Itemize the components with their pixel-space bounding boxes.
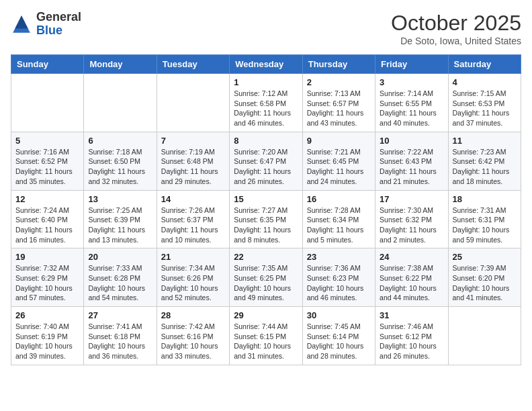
day-info: Sunrise: 7:13 AM Sunset: 6:57 PM Dayligh…: [307, 89, 371, 128]
day-number: 23: [307, 252, 371, 262]
day-number: 24: [380, 252, 443, 262]
calendar-week-row: 12Sunrise: 7:24 AM Sunset: 6:40 PM Dayli…: [11, 190, 521, 248]
day-number: 2: [307, 77, 371, 87]
calendar-day-3: 3Sunrise: 7:14 AM Sunset: 6:55 PM Daylig…: [375, 74, 448, 132]
weekday-header-thursday: Thursday: [302, 55, 375, 74]
day-info: Sunrise: 7:25 AM Sunset: 6:39 PM Dayligh…: [88, 205, 152, 245]
day-number: 27: [88, 310, 152, 320]
day-number: 12: [15, 194, 79, 204]
day-info: Sunrise: 7:26 AM Sunset: 6:37 PM Dayligh…: [161, 205, 225, 245]
calendar-day-28: 28Sunrise: 7:42 AM Sunset: 6:16 PM Dayli…: [157, 307, 229, 365]
calendar-day-27: 27Sunrise: 7:41 AM Sunset: 6:18 PM Dayli…: [84, 307, 157, 365]
calendar-day-13: 13Sunrise: 7:25 AM Sunset: 6:39 PM Dayli…: [84, 190, 157, 248]
day-info: Sunrise: 7:23 AM Sunset: 6:42 PM Dayligh…: [453, 147, 517, 187]
day-number: 31: [380, 310, 443, 320]
day-info: Sunrise: 7:31 AM Sunset: 6:31 PM Dayligh…: [453, 205, 517, 245]
day-info: Sunrise: 7:45 AM Sunset: 6:14 PM Dayligh…: [307, 322, 371, 361]
calendar-day-11: 11Sunrise: 7:23 AM Sunset: 6:42 PM Dayli…: [448, 132, 521, 190]
day-number: 5: [15, 136, 79, 146]
logo: General Blue: [11, 11, 81, 38]
calendar-day-14: 14Sunrise: 7:26 AM Sunset: 6:37 PM Dayli…: [157, 190, 229, 248]
day-number: 4: [453, 77, 517, 87]
svg-marker-1: [15, 15, 28, 28]
day-info: Sunrise: 7:46 AM Sunset: 6:12 PM Dayligh…: [380, 322, 443, 361]
day-number: 11: [453, 136, 517, 146]
day-info: Sunrise: 7:16 AM Sunset: 6:52 PM Dayligh…: [15, 147, 79, 187]
calendar-day-25: 25Sunrise: 7:39 AM Sunset: 6:20 PM Dayli…: [448, 248, 521, 307]
calendar-day-31: 31Sunrise: 7:46 AM Sunset: 6:12 PM Dayli…: [375, 307, 448, 365]
day-number: 8: [234, 136, 298, 146]
calendar-day-20: 20Sunrise: 7:33 AM Sunset: 6:28 PM Dayli…: [84, 248, 157, 307]
calendar-day-19: 19Sunrise: 7:32 AM Sunset: 6:29 PM Dayli…: [11, 248, 84, 307]
day-info: Sunrise: 7:24 AM Sunset: 6:40 PM Dayligh…: [15, 205, 79, 245]
weekday-header-tuesday: Tuesday: [157, 55, 229, 74]
day-number: 14: [161, 194, 225, 204]
calendar-table: SundayMondayTuesdayWednesdayThursdayFrid…: [11, 54, 521, 365]
calendar-week-row: 19Sunrise: 7:32 AM Sunset: 6:29 PM Dayli…: [11, 248, 521, 307]
day-info: Sunrise: 7:28 AM Sunset: 6:34 PM Dayligh…: [307, 205, 371, 245]
page-header: General Blue October 2025 De Soto, Iowa,…: [11, 11, 521, 46]
day-number: 17: [380, 194, 443, 204]
day-info: Sunrise: 7:41 AM Sunset: 6:18 PM Dayligh…: [88, 322, 152, 361]
day-info: Sunrise: 7:36 AM Sunset: 6:23 PM Dayligh…: [307, 263, 371, 303]
day-info: Sunrise: 7:39 AM Sunset: 6:20 PM Dayligh…: [453, 263, 517, 303]
calendar-day-12: 12Sunrise: 7:24 AM Sunset: 6:40 PM Dayli…: [11, 190, 84, 248]
day-info: Sunrise: 7:20 AM Sunset: 6:47 PM Dayligh…: [234, 147, 298, 187]
logo-blue: Blue: [36, 24, 81, 38]
day-number: 10: [380, 136, 443, 146]
day-number: 25: [453, 252, 517, 262]
day-number: 19: [15, 252, 79, 262]
calendar-day-15: 15Sunrise: 7:27 AM Sunset: 6:35 PM Dayli…: [230, 190, 302, 248]
day-info: Sunrise: 7:12 AM Sunset: 6:58 PM Dayligh…: [234, 89, 298, 128]
calendar-day-2: 2Sunrise: 7:13 AM Sunset: 6:57 PM Daylig…: [302, 74, 375, 132]
weekday-header-friday: Friday: [375, 55, 448, 74]
day-info: Sunrise: 7:27 AM Sunset: 6:35 PM Dayligh…: [234, 205, 298, 245]
day-number: 21: [161, 252, 225, 262]
day-number: 30: [307, 310, 371, 320]
day-number: 6: [88, 136, 152, 146]
weekday-header-wednesday: Wednesday: [230, 55, 302, 74]
day-info: Sunrise: 7:30 AM Sunset: 6:32 PM Dayligh…: [380, 205, 443, 245]
calendar-day-9: 9Sunrise: 7:21 AM Sunset: 6:45 PM Daylig…: [302, 132, 375, 190]
calendar-day-30: 30Sunrise: 7:45 AM Sunset: 6:14 PM Dayli…: [302, 307, 375, 365]
logo-icon: [11, 13, 32, 35]
day-info: Sunrise: 7:15 AM Sunset: 6:53 PM Dayligh…: [453, 89, 517, 128]
day-number: 22: [234, 252, 298, 262]
weekday-header-sunday: Sunday: [11, 55, 84, 74]
day-number: 15: [234, 194, 298, 204]
calendar-day-5: 5Sunrise: 7:16 AM Sunset: 6:52 PM Daylig…: [11, 132, 84, 190]
calendar-empty-cell: [84, 74, 157, 132]
day-number: 20: [88, 252, 152, 262]
calendar-day-8: 8Sunrise: 7:20 AM Sunset: 6:47 PM Daylig…: [230, 132, 302, 190]
calendar-week-row: 1Sunrise: 7:12 AM Sunset: 6:58 PM Daylig…: [11, 74, 521, 132]
calendar-empty-cell: [11, 74, 84, 132]
day-number: 3: [380, 77, 443, 87]
day-info: Sunrise: 7:18 AM Sunset: 6:50 PM Dayligh…: [88, 147, 152, 187]
calendar-day-4: 4Sunrise: 7:15 AM Sunset: 6:53 PM Daylig…: [448, 74, 521, 132]
day-info: Sunrise: 7:33 AM Sunset: 6:28 PM Dayligh…: [88, 263, 152, 303]
day-number: 29: [234, 310, 298, 320]
weekday-header-saturday: Saturday: [448, 55, 521, 74]
logo-general: General: [36, 11, 81, 24]
calendar-day-24: 24Sunrise: 7:38 AM Sunset: 6:22 PM Dayli…: [375, 248, 448, 307]
day-number: 13: [88, 194, 152, 204]
month-title: October 2025: [391, 11, 521, 36]
day-info: Sunrise: 7:35 AM Sunset: 6:25 PM Dayligh…: [234, 263, 298, 303]
calendar-empty-cell: [448, 307, 521, 365]
calendar-day-26: 26Sunrise: 7:40 AM Sunset: 6:19 PM Dayli…: [11, 307, 84, 365]
day-number: 9: [307, 136, 371, 146]
calendar-day-17: 17Sunrise: 7:30 AM Sunset: 6:32 PM Dayli…: [375, 190, 448, 248]
day-info: Sunrise: 7:44 AM Sunset: 6:15 PM Dayligh…: [234, 322, 298, 361]
day-number: 16: [307, 194, 371, 204]
calendar-day-16: 16Sunrise: 7:28 AM Sunset: 6:34 PM Dayli…: [302, 190, 375, 248]
calendar-week-row: 5Sunrise: 7:16 AM Sunset: 6:52 PM Daylig…: [11, 132, 521, 190]
day-number: 1: [234, 77, 298, 87]
calendar-week-row: 26Sunrise: 7:40 AM Sunset: 6:19 PM Dayli…: [11, 307, 521, 365]
day-info: Sunrise: 7:32 AM Sunset: 6:29 PM Dayligh…: [15, 263, 79, 303]
day-info: Sunrise: 7:22 AM Sunset: 6:43 PM Dayligh…: [380, 147, 443, 187]
day-info: Sunrise: 7:42 AM Sunset: 6:16 PM Dayligh…: [161, 322, 225, 361]
calendar-day-1: 1Sunrise: 7:12 AM Sunset: 6:58 PM Daylig…: [230, 74, 302, 132]
calendar-day-29: 29Sunrise: 7:44 AM Sunset: 6:15 PM Dayli…: [230, 307, 302, 365]
calendar-day-21: 21Sunrise: 7:34 AM Sunset: 6:26 PM Dayli…: [157, 248, 229, 307]
calendar-day-6: 6Sunrise: 7:18 AM Sunset: 6:50 PM Daylig…: [84, 132, 157, 190]
